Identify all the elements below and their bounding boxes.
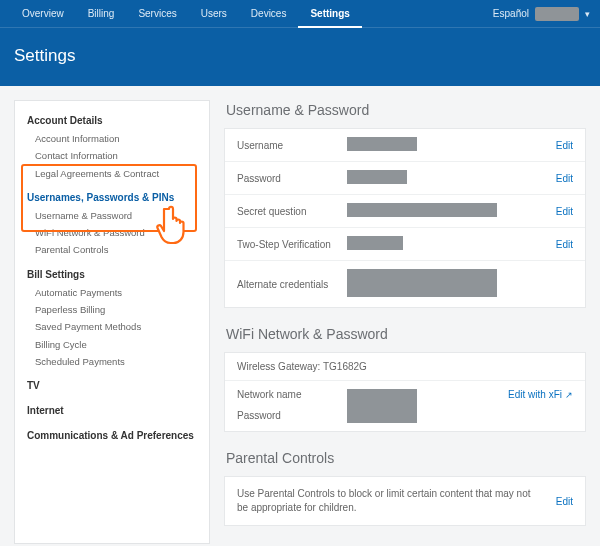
value-username-masked: [347, 137, 417, 151]
edit-parental[interactable]: Edit: [556, 496, 573, 507]
sb-item-legal-agreements[interactable]: Legal Agreements & Contract: [15, 165, 209, 182]
card-parental: Use Parental Controls to block or limit …: [224, 476, 586, 526]
card-wifi: Wireless Gateway: TG1682G Network name P…: [224, 352, 586, 432]
language-switch[interactable]: Español: [493, 8, 529, 19]
sb-group-account-details[interactable]: Account Details: [15, 111, 209, 130]
value-secret-question-masked: [347, 203, 497, 217]
row-username: Username Edit: [225, 129, 585, 162]
wifi-gateway-model: TG1682G: [323, 361, 367, 372]
label-password: Password: [237, 173, 347, 184]
parental-row: Use Parental Controls to block or limit …: [225, 477, 585, 525]
wifi-gateway-label: Wireless Gateway:: [237, 361, 320, 372]
wifi-body: Network name Password Edit with xFi ↗: [225, 381, 585, 431]
chevron-down-icon[interactable]: ▾: [585, 9, 590, 19]
sb-group-bill-settings[interactable]: Bill Settings: [15, 265, 209, 284]
value-password-masked: [347, 170, 407, 184]
nav-billing[interactable]: Billing: [76, 0, 127, 28]
row-two-step: Two-Step Verification Edit: [225, 228, 585, 261]
page-title: Settings: [0, 28, 600, 86]
wifi-values-masked: [347, 389, 417, 423]
sb-item-automatic-payments[interactable]: Automatic Payments: [15, 284, 209, 301]
edit-with-xfi[interactable]: Edit with xFi ↗: [508, 389, 573, 400]
nav-overview[interactable]: Overview: [10, 0, 76, 28]
sb-item-wifi-network-password[interactable]: WiFi Network & Password: [15, 224, 209, 241]
nav-users[interactable]: Users: [189, 0, 239, 28]
row-secret-question: Secret question Edit: [225, 195, 585, 228]
wifi-network-label: Network name: [237, 389, 347, 400]
sb-item-contact-information[interactable]: Contact Information: [15, 147, 209, 164]
section-title-wifi: WiFi Network & Password: [226, 326, 586, 342]
sb-group-tv[interactable]: TV: [15, 376, 209, 395]
section-title-parental: Parental Controls: [226, 450, 586, 466]
edit-password[interactable]: Edit: [556, 173, 573, 184]
row-password: Password Edit: [225, 162, 585, 195]
sb-item-paperless-billing[interactable]: Paperless Billing: [15, 301, 209, 318]
section-title-username-password: Username & Password: [226, 102, 586, 118]
settings-sidebar: Account Details Account Information Cont…: [14, 100, 210, 544]
account-chip[interactable]: [535, 7, 579, 21]
external-link-icon: ↗: [565, 390, 573, 400]
edit-secret-question[interactable]: Edit: [556, 206, 573, 217]
sb-item-parental-controls[interactable]: Parental Controls: [15, 241, 209, 258]
sb-group-internet[interactable]: Internet: [15, 401, 209, 420]
value-two-step-masked: [347, 236, 403, 250]
wifi-gateway-row: Wireless Gateway: TG1682G: [225, 353, 585, 381]
parental-text: Use Parental Controls to block or limit …: [237, 487, 556, 515]
card-username-password: Username Edit Password Edit Secret quest…: [224, 128, 586, 308]
sb-item-account-information[interactable]: Account Information: [15, 130, 209, 147]
top-bar: Overview Billing Services Users Devices …: [0, 0, 600, 86]
nav-devices[interactable]: Devices: [239, 0, 299, 28]
sb-group-comm-ad-prefs[interactable]: Communications & Ad Preferences: [15, 426, 209, 445]
row-alt-credentials: Alternate credentials: [225, 261, 585, 307]
sb-item-scheduled-payments[interactable]: Scheduled Payments: [15, 353, 209, 370]
main-panel: Username & Password Username Edit Passwo…: [224, 100, 586, 544]
edit-username[interactable]: Edit: [556, 140, 573, 151]
label-secret-question: Secret question: [237, 206, 347, 217]
sb-item-saved-payment-methods[interactable]: Saved Payment Methods: [15, 318, 209, 335]
nav-settings[interactable]: Settings: [298, 0, 361, 28]
label-two-step: Two-Step Verification: [237, 239, 347, 250]
label-alt-credentials: Alternate credentials: [237, 279, 347, 290]
label-username: Username: [237, 140, 347, 151]
primary-nav: Overview Billing Services Users Devices …: [0, 0, 600, 28]
sb-item-billing-cycle[interactable]: Billing Cycle: [15, 336, 209, 353]
content: Account Details Account Information Cont…: [0, 86, 600, 546]
wifi-password-label: Password: [237, 410, 347, 421]
nav-services[interactable]: Services: [126, 0, 188, 28]
sb-group-usernames-passwords-pins[interactable]: Usernames, Passwords & PINs: [15, 188, 209, 207]
sb-item-username-password[interactable]: Username & Password: [15, 207, 209, 224]
value-alt-credentials-masked: [347, 269, 497, 297]
edit-two-step[interactable]: Edit: [556, 239, 573, 250]
